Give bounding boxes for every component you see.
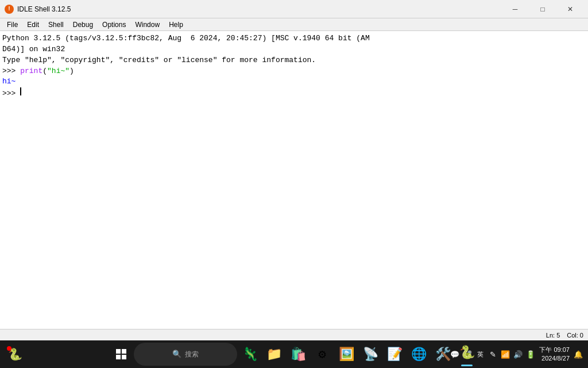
menu-help[interactable]: Help [164, 20, 188, 30]
clock-date: 2024/8/27 [539, 354, 570, 363]
taskbar-app-explorer[interactable]: 📁 [262, 343, 285, 366]
col-number: Col: 0 [567, 332, 583, 339]
maximize-button[interactable]: □ [529, 0, 556, 18]
taskbar: 🐍 🔍 搜索 🦎 📁 🛍️ [0, 340, 588, 368]
search-label: 搜索 [185, 350, 199, 359]
close-button[interactable]: ✕ [557, 0, 583, 18]
taskbar-app-notes[interactable]: 📝 [383, 343, 406, 366]
output-line: hi~ [2, 76, 587, 87]
prompt-3: >>> [2, 89, 20, 99]
svg-rect-3 [122, 355, 126, 359]
code-open-paren: ( [42, 66, 47, 77]
minimize-button[interactable]: ─ [502, 0, 528, 18]
window-title: IDLE Shell 3.12.5 [17, 5, 71, 13]
menu-shell[interactable]: Shell [44, 20, 68, 30]
text-cursor [20, 87, 21, 95]
taskbar-left: 🐍 [5, 344, 25, 365]
status-bar: Ln: 5 Col: 0 [0, 329, 588, 340]
search-icon: 🔍 [172, 350, 181, 359]
menu-bar: File Edit Shell Debug Options Window Hel… [0, 18, 588, 31]
status-text: Ln: 5 Col: 0 [546, 332, 583, 339]
menu-window[interactable]: Window [130, 20, 164, 30]
prompt-1: >>> [2, 66, 20, 77]
title-bar-left: ! IDLE Shell 3.12.5 [5, 5, 71, 14]
taskbar-app-chrome[interactable]: 🌐 [407, 343, 430, 366]
taskbar-center: 🔍 搜索 🦎 📁 🛍️ ⚙️ 🖼️ 📡 📝 [110, 343, 478, 366]
app-icon: ! [5, 5, 14, 14]
input-line-1: >>> print ( "hi~" ) [2, 66, 587, 77]
python-version-line2: D64)] on win32 [2, 44, 587, 55]
code-print-keyword: print [20, 66, 42, 77]
tray-notification[interactable]: 🔔 [573, 349, 583, 359]
svg-rect-1 [122, 349, 126, 354]
menu-debug[interactable]: Debug [68, 20, 98, 30]
taskbar-clock[interactable]: 下午 09:07 2024/8/27 [539, 346, 570, 363]
python-version-line1: Python 3.12.5 (tags/v3.12.5:ff3bc82, Aug… [2, 33, 587, 44]
clock-time: 下午 09:07 [539, 346, 570, 354]
menu-edit[interactable]: Edit [22, 20, 44, 30]
taskbar-app-store[interactable]: 🛍️ [287, 343, 310, 366]
tray-wifi[interactable]: 📶 [500, 349, 510, 359]
taskbar-python-icon[interactable]: 🐍 [5, 344, 25, 365]
tray-battery[interactable]: 🔋 [525, 349, 536, 359]
svg-rect-0 [116, 349, 121, 354]
active-app-indicator [461, 365, 473, 366]
shell-output[interactable]: Python 3.12.5 (tags/v3.12.5:ff3bc82, Aug… [0, 31, 588, 329]
search-button[interactable]: 🔍 搜索 [134, 343, 237, 366]
tray-sound[interactable]: 🔊 [513, 349, 523, 359]
start-button[interactable] [110, 343, 133, 366]
line-number: Ln: 5 [546, 332, 560, 339]
code-string-value: "hi~" [47, 66, 69, 77]
taskbar-app-settings[interactable]: ⚙️ [311, 343, 334, 366]
current-prompt-line[interactable]: >>> [2, 87, 587, 99]
menu-options[interactable]: Options [98, 20, 130, 30]
taskbar-app-remote[interactable]: 📡 [359, 343, 382, 366]
title-bar: ! IDLE Shell 3.12.5 ─ □ ✕ [0, 0, 588, 18]
python-help-line: Type "help", "copyright", "credits" or "… [2, 55, 587, 66]
taskbar-app-snake[interactable]: 🦎 [238, 343, 261, 366]
taskbar-app-devtools[interactable]: 🛠️ [431, 343, 454, 366]
menu-file[interactable]: File [2, 20, 22, 30]
window-controls: ─ □ ✕ [502, 0, 583, 18]
code-close-paren: ) [69, 66, 74, 77]
taskbar-app-photos[interactable]: 🖼️ [335, 343, 358, 366]
svg-rect-2 [116, 355, 121, 359]
tray-pen[interactable]: ✎ [488, 349, 498, 359]
taskbar-app-idle[interactable]: 🐍 [455, 343, 478, 366]
